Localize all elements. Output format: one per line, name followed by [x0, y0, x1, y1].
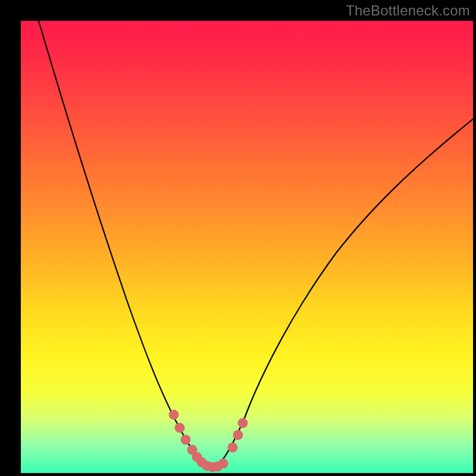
- curve-layer: [21, 21, 473, 473]
- highlight-dots: [169, 410, 248, 472]
- svg-point-9: [218, 459, 228, 468]
- svg-point-10: [228, 443, 237, 452]
- svg-point-2: [181, 435, 190, 444]
- svg-point-12: [238, 418, 248, 428]
- chart-frame: TheBottleneck.com: [0, 0, 476, 476]
- svg-point-0: [169, 410, 178, 419]
- watermark-text: TheBottleneck.com: [346, 2, 470, 19]
- plot-area: [21, 21, 473, 473]
- svg-point-11: [233, 430, 243, 440]
- svg-point-1: [175, 423, 184, 433]
- bottleneck-curve: [39, 21, 473, 467]
